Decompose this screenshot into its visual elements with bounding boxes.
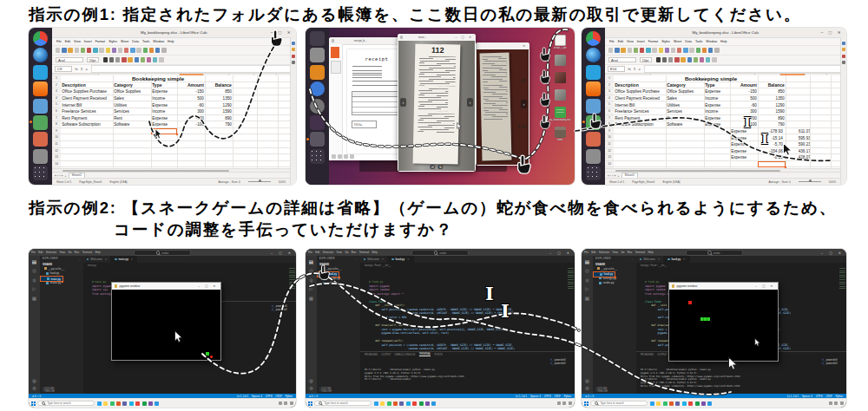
taskbar-app-icon[interactable] [675, 401, 680, 406]
table-row[interactable]: Rent PaymentRentExpense-700890 [61, 115, 290, 122]
toolbar-button[interactable] [99, 48, 103, 52]
editor-tab[interactable]: Welcome✕ [360, 256, 388, 263]
format-button[interactable] [712, 57, 716, 62]
menu-item[interactable]: Help [372, 251, 377, 254]
toolbar-button[interactable] [136, 48, 141, 52]
menu-item[interactable]: Selection [599, 251, 609, 254]
toolbar-button[interactable] [143, 48, 148, 52]
file-item[interactable]: snake.py [317, 280, 360, 284]
format-button[interactable] [128, 57, 132, 62]
cell-reference-box[interactable]: E14 [608, 66, 625, 72]
receipt-photo-icon[interactable] [555, 89, 566, 101]
menu-item[interactable]: File [31, 251, 36, 254]
file-item[interactable]: food.py [593, 271, 615, 277]
taskbar-app-icon[interactable] [142, 401, 147, 406]
format-button[interactable] [153, 57, 157, 62]
system-tray[interactable] [279, 401, 293, 405]
window-controls[interactable]: – ▢ ✕ [271, 251, 293, 255]
row-header[interactable]: 13 [52, 154, 61, 161]
menu-item[interactable]: File [584, 251, 589, 254]
chrome-icon[interactable] [33, 31, 48, 46]
window-controls[interactable]: – ▢ ✕ [549, 251, 572, 255]
editor-tab[interactable]: food.py✕ [388, 256, 413, 263]
taskbar-app-icon[interactable] [387, 401, 391, 406]
table-row[interactable]: Rent PaymentRentExpense-700890 [614, 115, 840, 122]
page-thumbnail-selected[interactable] [331, 47, 339, 58]
extensions-icon[interactable]: ▦ [32, 296, 36, 301]
libreoffice-calc-icon[interactable] [33, 115, 48, 130]
taskbar-app-icon[interactable] [695, 401, 700, 406]
explorer-icon[interactable]: ▤ [309, 259, 313, 264]
editor-tab[interactable]: Welcome✕ [83, 256, 111, 263]
taskbar-app-icon[interactable] [701, 401, 706, 406]
menu-item[interactable]: Terminal [359, 251, 369, 254]
libreoffice-writer-icon[interactable] [586, 99, 601, 114]
rotate-buttons[interactable]: ↺ ↻ [430, 165, 443, 169]
close-icon[interactable]: ✕ [105, 258, 108, 261]
table-row[interactable]: Office Supplies PurchaseOffice SuppliesE… [61, 88, 290, 95]
bookkeeping-file-icon[interactable]: My_bookkeeping.xlsx [549, 107, 571, 121]
formula-button[interactable]: fx [76, 67, 78, 71]
menu-item[interactable]: Edit [618, 40, 623, 43]
toolbar-button[interactable] [677, 48, 681, 52]
settings-gear-icon[interactable] [310, 99, 325, 114]
row-header[interactable]: 7 [605, 115, 614, 122]
receipt-photo-icon[interactable] [555, 72, 566, 84]
window-controls[interactable]: – ▢ ✕ [198, 284, 218, 288]
menu-item[interactable]: Data [685, 40, 692, 43]
selected-cell[interactable] [758, 161, 786, 168]
window-controls[interactable]: – ▢ ✕ [755, 284, 775, 288]
timeline-section[interactable]: › TIMELINE [319, 390, 360, 393]
sidebar-tab-icon[interactable] [292, 55, 295, 58]
system-tray[interactable] [829, 401, 844, 405]
sidebar-tab-icon[interactable] [842, 55, 845, 58]
command-center-search[interactable]: snake [411, 250, 469, 256]
run-debug-icon[interactable]: ▷ [32, 286, 36, 291]
window-controls[interactable]: – ▢ ✕ [821, 251, 844, 255]
menu-item[interactable]: Run [628, 251, 633, 254]
libreoffice-writer-icon[interactable] [33, 99, 48, 114]
sidebar-tab-icon[interactable] [842, 61, 845, 64]
menu-item[interactable]: Edit [315, 251, 319, 254]
toolbar-button[interactable] [161, 48, 166, 52]
vlc-icon[interactable] [586, 82, 601, 96]
toolbar-button[interactable] [646, 48, 650, 52]
menu-item[interactable]: Data [132, 40, 139, 43]
taskbar-app-icon[interactable] [103, 401, 108, 406]
taskbar-app-icon[interactable] [116, 401, 121, 406]
menu-item[interactable]: Edit [38, 251, 43, 254]
menu-item[interactable]: Format [648, 40, 658, 43]
extensions-icon[interactable]: ▦ [309, 296, 313, 301]
close-icon[interactable]: ✕ [131, 258, 134, 261]
row-header[interactable]: 9 [52, 128, 61, 135]
system-tray[interactable] [557, 401, 572, 405]
toolbar-button[interactable] [621, 48, 625, 52]
taskbar-app-icon[interactable] [148, 401, 153, 406]
row-header[interactable]: 8 [605, 121, 614, 128]
menu-item[interactable]: Styles [108, 40, 117, 43]
command-center-search[interactable]: snake [134, 250, 191, 256]
taskbar-app-icon[interactable] [431, 401, 436, 406]
taskbar-app-icon[interactable] [399, 401, 404, 406]
font-name-box[interactable]: Arial [608, 57, 636, 63]
format-button[interactable] [681, 57, 685, 62]
taskbar-app-icon[interactable] [656, 401, 661, 406]
format-button[interactable] [141, 57, 145, 62]
toolbar-button[interactable] [118, 48, 122, 52]
receipt-pdf-icon[interactable]: receipt_1.pdf [554, 35, 567, 49]
start-button[interactable] [31, 401, 36, 406]
row-header[interactable]: 4 [605, 95, 614, 102]
libreoffice-impress-icon[interactable] [586, 132, 601, 147]
window-controls[interactable]: – ▢ ✕ [456, 36, 473, 39]
taskbar-app-icon[interactable] [393, 401, 398, 406]
account-icon[interactable]: ◍ [32, 378, 36, 383]
format-button[interactable] [122, 57, 126, 62]
taskbar-app-icon[interactable] [419, 401, 424, 406]
menu-item[interactable]: Terminal [82, 251, 92, 254]
manage-gear-icon[interactable]: ⚙ [585, 386, 589, 391]
next-image-button[interactable]: › [521, 100, 527, 108]
new-transaction-row[interactable]: Expense-15.14595.93 [614, 134, 840, 141]
menu-item[interactable]: Go [68, 251, 71, 254]
app-grid-icon[interactable] [310, 149, 325, 164]
table-row[interactable]: Client Payment ReceivedSalesIncome500135… [614, 95, 840, 102]
